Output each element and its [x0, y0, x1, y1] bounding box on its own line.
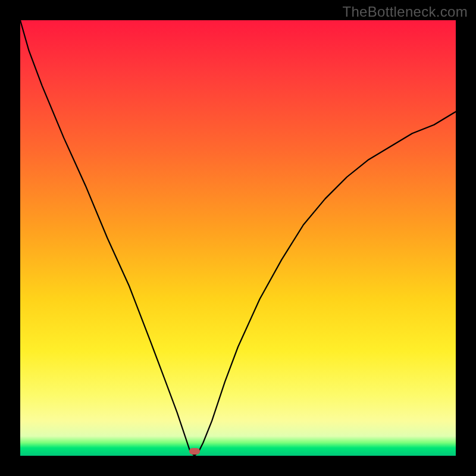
plot-area	[20, 20, 456, 456]
optimum-marker	[189, 448, 200, 455]
bottleneck-curve	[20, 20, 456, 456]
curve-layer	[20, 20, 456, 456]
watermark-text: TheBottleneck.com	[342, 4, 468, 20]
chart-frame: TheBottleneck.com	[0, 0, 476, 476]
